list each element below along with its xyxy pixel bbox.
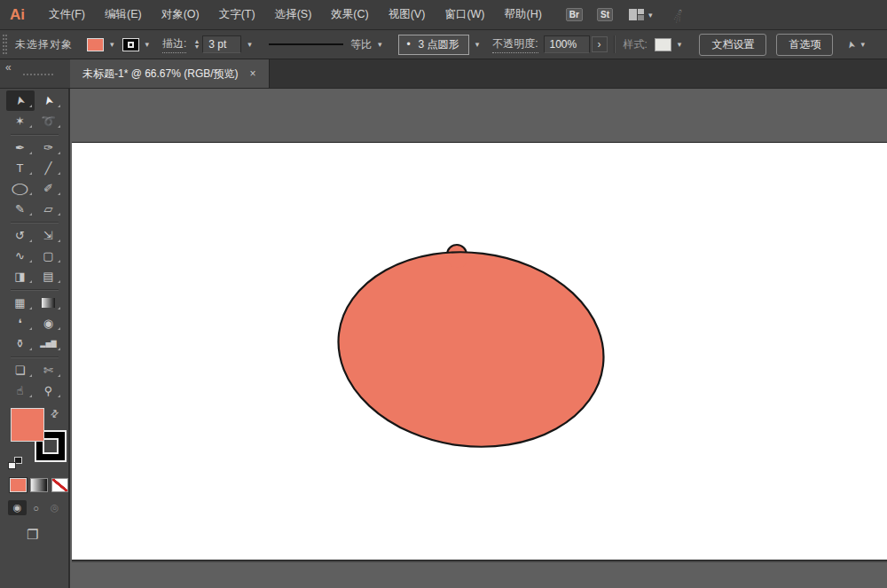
rotate-tool[interactable]: ↺ <box>6 225 35 246</box>
artboard-tool[interactable]: ❏ <box>6 360 35 380</box>
menu-bar: Ai 文件(F) 编辑(E) 对象(O) 文字(T) 选择(S) 效果(C) 视… <box>0 0 887 30</box>
control-bar-grip[interactable] <box>3 35 7 54</box>
pointer-icon: ➤ <box>845 39 859 50</box>
slice-icon: ✄ <box>43 365 53 376</box>
close-icon[interactable]: × <box>250 67 256 80</box>
menu-type[interactable]: 文字(T) <box>209 0 265 29</box>
hand-tool[interactable]: ☝ <box>6 380 35 401</box>
width-profile-label: 等比 <box>350 37 372 52</box>
draw-inside-mode: ◎ <box>45 500 64 515</box>
fill-chevron-icon[interactable]: ▾ <box>106 36 119 52</box>
brush-name: 3 点圆形 <box>419 37 459 52</box>
default-fill-stroke-icon[interactable] <box>8 457 22 469</box>
draw-behind-mode[interactable]: ○ <box>27 500 45 515</box>
brush-select[interactable]: • 3 点圆形 <box>398 35 468 55</box>
pencil-icon: ✎ <box>15 203 25 215</box>
tools-separator <box>6 354 63 360</box>
menu-file[interactable]: 文件(F) <box>39 0 95 29</box>
fill-color-swatch[interactable] <box>87 38 104 51</box>
ellipse-tool[interactable]: ◯ <box>6 178 35 199</box>
line-segment-tool[interactable]: ╱ <box>35 158 63 178</box>
pen-tool[interactable]: ✒ <box>6 137 35 158</box>
chevron-down-icon: ▾ <box>648 11 653 20</box>
collapse-panel-icon[interactable]: « <box>5 61 12 74</box>
lasso-tool[interactable]: ➰ <box>35 111 63 131</box>
preferences-button[interactable]: 首选项 <box>776 34 833 56</box>
selection-tool[interactable]: ➤ <box>6 90 35 111</box>
gradient-button[interactable] <box>30 478 47 492</box>
document-tab[interactable]: 未标题-1* @ 66.67% (RGB/预览) × <box>70 59 270 88</box>
slice-tool[interactable]: ✄ <box>35 360 63 380</box>
eyedropper-icon: ❛ <box>18 318 21 329</box>
mesh-tool[interactable]: ▦ <box>6 293 35 313</box>
screen-mode-button[interactable]: ❐ <box>27 527 68 543</box>
paintbrush-icon: ✐ <box>43 183 53 194</box>
select-similar-options[interactable]: ➤ ▾ <box>847 39 865 51</box>
cs-live-icon: ☄ <box>670 6 685 23</box>
free-transform-icon: ▢ <box>43 250 53 262</box>
scale-tool[interactable]: ⇲ <box>35 225 63 246</box>
swap-fill-stroke-icon[interactable]: ⇄ <box>48 407 62 421</box>
tools-separator <box>6 286 63 293</box>
tools-separator <box>6 131 63 137</box>
stroke-weight-chevron-icon[interactable]: ▾ <box>243 36 256 52</box>
magic-wand-tool[interactable]: ✶ <box>6 111 35 131</box>
workspace-layout-icon <box>629 9 644 20</box>
draw-normal-mode[interactable]: ◉ <box>8 500 27 515</box>
step-down-icon[interactable]: ▼ <box>193 44 200 50</box>
zoom-tool[interactable]: ⚲ <box>35 380 63 401</box>
gradient-tool[interactable] <box>35 293 63 313</box>
paintbrush-tool[interactable]: ✐ <box>35 178 63 199</box>
eraser-tool[interactable]: ▱ <box>35 199 63 219</box>
color-button[interactable] <box>10 478 27 492</box>
stroke-chevron-icon[interactable]: ▾ <box>141 36 154 52</box>
ellipse-shape[interactable] <box>329 238 613 455</box>
panel-drag-grip[interactable] <box>23 74 53 75</box>
document-tab-bar: « 未标题-1* @ 66.67% (RGB/预览) × <box>0 59 887 89</box>
menu-view[interactable]: 视图(V) <box>379 0 436 29</box>
workspace-switcher[interactable]: ▾ <box>629 9 653 20</box>
eyedropper-tool[interactable]: ❛ <box>6 313 35 333</box>
menu-help[interactable]: 帮助(H) <box>495 0 552 29</box>
pencil-tool[interactable]: ✎ <box>6 199 35 219</box>
shape-builder-tool[interactable]: ◨ <box>6 266 35 286</box>
menu-window[interactable]: 窗口(W) <box>435 0 494 29</box>
width-profile-chevron-icon[interactable]: ▾ <box>373 36 387 52</box>
curvature-tool[interactable]: ✑ <box>35 137 63 158</box>
stroke-weight-input[interactable]: 3 pt <box>202 35 241 53</box>
symbol-sprayer-tool[interactable]: ⚱ <box>6 333 35 354</box>
divider <box>614 35 616 53</box>
stroke-color-swatch[interactable] <box>122 38 139 51</box>
style-swatch[interactable] <box>655 38 671 51</box>
menu-edit[interactable]: 编辑(E) <box>95 0 152 29</box>
free-transform-tool[interactable]: ▢ <box>35 246 63 266</box>
none-button[interactable] <box>51 478 68 492</box>
direct-selection-tool[interactable]: ➤ <box>35 90 63 111</box>
stock-button[interactable]: St <box>597 8 613 21</box>
stroke-panel-link[interactable]: 描边: <box>162 36 186 53</box>
width-icon: ∿ <box>15 250 25 262</box>
canvas-pasteboard[interactable] <box>72 89 887 588</box>
brush-chevron-icon[interactable]: ▾ <box>471 36 484 52</box>
blend-tool[interactable]: ◉ <box>35 313 63 333</box>
menu-object[interactable]: 对象(O) <box>152 0 209 29</box>
opacity-input[interactable]: 100% <box>544 35 590 53</box>
menu-effect[interactable]: 效果(C) <box>321 0 378 29</box>
perspective-grid-tool[interactable]: ▤ <box>35 266 63 286</box>
column-graph-tool[interactable]: ▂▅▇ <box>35 333 63 354</box>
illustrator-window: Ai 文件(F) 编辑(E) 对象(O) 文字(T) 选择(S) 效果(C) 视… <box>0 0 887 588</box>
tools-grid: ➤ ➤ ✶ ➰ ✒ ✑ T ╱ ◯ ✐ ✎ ▱ ↺ ⇲ ∿ ▢ ◨ ▤ <box>0 89 68 401</box>
selection-tool-icon: ➤ <box>13 95 27 107</box>
menu-select[interactable]: 选择(S) <box>265 0 322 29</box>
document-setup-button[interactable]: 文档设置 <box>699 34 766 56</box>
bridge-button[interactable]: Br <box>566 8 583 21</box>
style-chevron-icon[interactable]: ▾ <box>673 36 687 52</box>
width-tool[interactable]: ∿ <box>6 246 35 266</box>
type-tool[interactable]: T <box>6 158 35 178</box>
fill-proxy-swatch[interactable] <box>11 408 44 442</box>
app-logo[interactable]: Ai <box>10 6 25 24</box>
opacity-panel-link[interactable]: 不透明度: <box>492 36 538 53</box>
shape-builder-icon: ◨ <box>14 270 25 282</box>
opacity-expand-button[interactable]: › <box>592 36 608 52</box>
stroke-weight-stepper[interactable]: ▲ ▼ <box>193 39 200 50</box>
